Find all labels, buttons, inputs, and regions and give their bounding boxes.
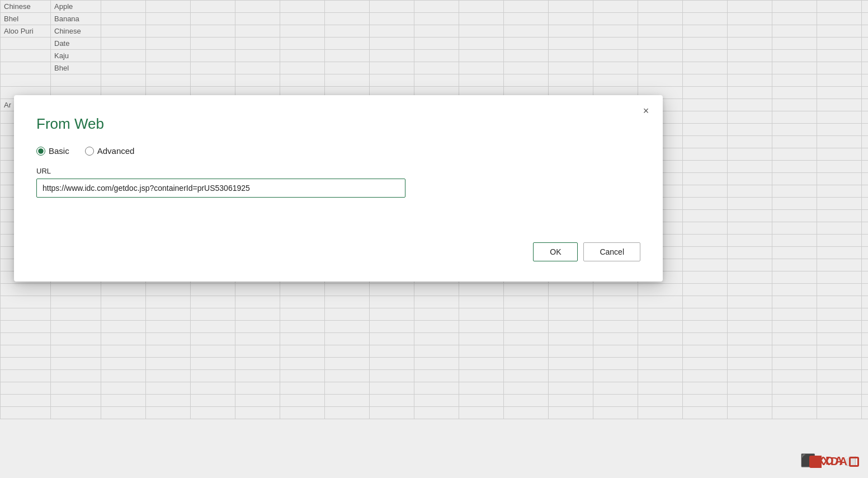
watermark-outline-block [849, 457, 859, 467]
ok-button[interactable]: OK [533, 242, 578, 261]
watermark-red-block [809, 456, 822, 468]
radio-basic-label: Basic [49, 146, 69, 156]
radio-basic[interactable] [36, 147, 45, 156]
close-button[interactable]: × [638, 103, 654, 119]
watermark-xda-text: XDA [822, 455, 849, 468]
radio-basic-option[interactable]: Basic [36, 146, 69, 156]
dialog-footer: OK Cancel [36, 242, 640, 261]
url-input[interactable] [36, 179, 405, 198]
url-label: URL [36, 167, 640, 175]
radio-group: Basic Advanced [36, 146, 640, 156]
dialog-title: From Web [36, 115, 640, 133]
from-web-dialog: × From Web Basic Advanced URL OK Cancel [14, 95, 663, 282]
radio-advanced-label: Advanced [97, 146, 135, 156]
xda-logo-watermark: XDA [809, 455, 859, 468]
cancel-button[interactable]: Cancel [583, 242, 640, 261]
radio-advanced[interactable] [85, 147, 94, 156]
radio-advanced-option[interactable]: Advanced [85, 146, 135, 156]
